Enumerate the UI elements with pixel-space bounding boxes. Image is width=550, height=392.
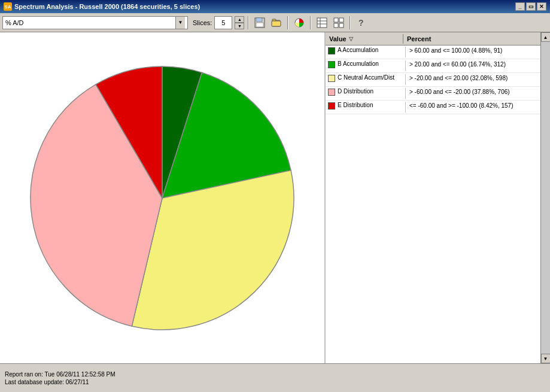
legend-color-swatch [328,102,335,110]
legend-header: Value ▽ Percent [326,32,540,45]
window-title: Spectrum Analysis - Russell 2000 (1864 s… [14,3,200,10]
grid-button[interactable] [332,16,346,30]
legend-label: A Accumulation [338,47,403,53]
separator-1 [248,16,249,29]
legend-row: E Distribution <= -60.00 and >= -100.00 … [326,101,540,114]
close-button[interactable]: ✕ [537,2,546,11]
restore-button[interactable]: ▭ [526,2,536,11]
col-percent-header: Percent [403,34,434,44]
status-bar: Report ran on: Tue 06/28/11 12:52:58 PM … [0,363,550,392]
separator-3 [310,16,311,29]
slices-input[interactable]: 5 [214,16,232,29]
svg-rect-5 [272,21,281,26]
analysis-dropdown[interactable]: % A/D ▼ [2,16,188,29]
slices-up-button[interactable]: ▲ [235,16,244,23]
separator-2 [287,16,288,29]
legend-label: B Accumulation [338,60,403,67]
legend-label: E Distribution [338,102,403,108]
title-bar: SA Spectrum Analysis - Russell 2000 (186… [0,0,550,13]
scroll-up-button[interactable]: ▲ [541,32,551,42]
legend-color-swatch [328,47,335,54]
slices-label: Slices: [193,19,212,26]
svg-rect-1 [256,18,262,22]
svg-text:?: ? [358,18,364,28]
svg-rect-11 [334,18,338,22]
svg-rect-13 [334,23,338,28]
slices-down-button[interactable]: ▼ [235,23,244,29]
title-bar-left: SA Spectrum Analysis - Russell 2000 (186… [4,2,200,11]
legend-range: > -20.00 and <= 20.00 (32.08%, 598) [406,74,511,82]
svg-rect-12 [339,18,344,22]
svg-rect-14 [339,23,344,28]
sort-icon[interactable]: ▽ [349,36,353,42]
legend-rows: A Accumulation > 60.00 and <= 100.00 (4.… [326,45,540,114]
legend-label: C Neutral Accum/Dist [338,74,403,81]
legend-color-swatch [328,89,335,96]
slices-spinner[interactable]: ▲ ▼ [235,16,244,29]
pie-chart [19,54,306,342]
app-icon: SA [4,2,12,11]
svg-rect-7 [317,18,327,28]
scroll-down-button[interactable]: ▼ [541,354,551,363]
legend-row: A Accumulation > 60.00 and <= 100.00 (4.… [326,45,540,59]
legend-row: C Neutral Accum/Dist > -20.00 and <= 20.… [326,73,540,87]
legend-row: B Accumulation > 20.00 and <= 60.00 (16.… [326,59,540,73]
legend-range: > 20.00 and <= 60.00 (16.74%, 312) [406,60,509,68]
legend-range: > 60.00 and <= 100.00 (4.88%, 91) [406,47,506,54]
help-button[interactable]: ? [354,16,369,30]
pie-chart-button[interactable] [292,16,306,30]
save-button[interactable] [253,16,267,30]
col-value-header: Value ▽ [326,34,403,44]
scroll-track [541,42,550,354]
legend-panel: Value ▽ Percent A Accumulation > 60.00 a… [324,32,550,363]
minimize-button[interactable]: _ [515,2,525,11]
legend-range: <= -60.00 and >= -100.00 (8.42%, 157) [406,102,516,110]
separator-4 [350,16,351,29]
legend-range: > -60.00 and <= -20.00 (37.88%, 706) [406,88,513,96]
legend-label: D Distribution [338,88,403,95]
title-controls[interactable]: _ ▭ ✕ [515,2,546,11]
toolbar: % A/D ▼ Slices: 5 ▲ ▼ ? [0,13,550,32]
dropdown-value: % A/D [5,19,175,26]
report-ran-label: Report ran on: Tue 06/28/11 12:52:58 PM [5,371,545,378]
chart-area [0,32,324,363]
svg-rect-2 [256,23,263,27]
legend-color-swatch [328,75,335,82]
last-update-label: Last database update: 06/27/11 [5,379,545,385]
scrollbar-vertical[interactable]: ▲ ▼ [540,32,550,363]
table-button[interactable] [315,16,329,30]
dropdown-arrow-icon[interactable]: ▼ [175,17,185,29]
legend-color-swatch [328,61,335,68]
legend-table: Value ▽ Percent A Accumulation > 60.00 a… [325,32,540,363]
open-button[interactable] [269,16,284,30]
legend-row: D Distribution > -60.00 and <= -20.00 (3… [326,87,540,101]
main-area: Value ▽ Percent A Accumulation > 60.00 a… [0,32,550,363]
